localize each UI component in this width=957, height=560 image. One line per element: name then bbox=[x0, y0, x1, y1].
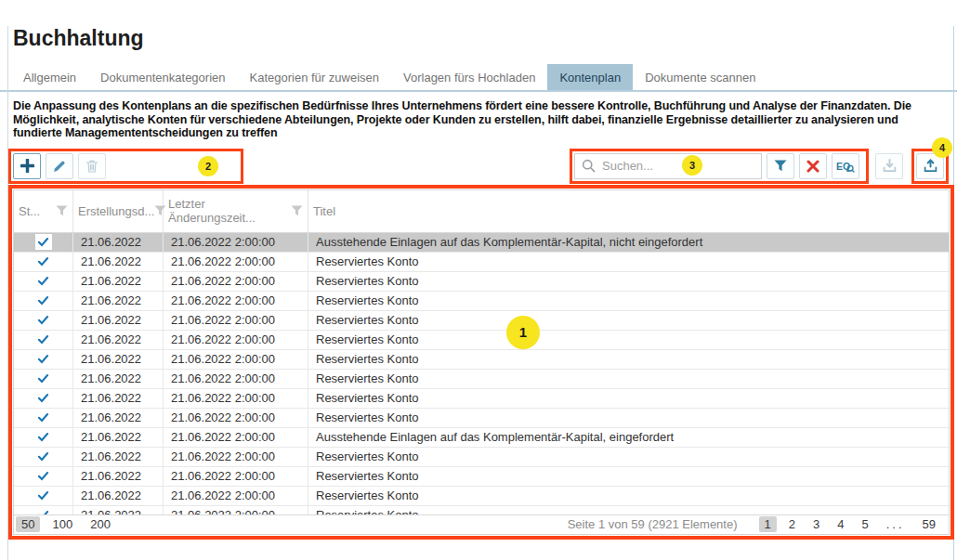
row-status-cell bbox=[14, 487, 73, 505]
row-title-cell: Reserviertes Konto bbox=[308, 370, 949, 388]
page-number-3[interactable]: 3 bbox=[807, 516, 825, 532]
table-row[interactable]: 21.06.202221.06.2022 2:00:00Reserviertes… bbox=[14, 350, 949, 370]
edit-account-button[interactable] bbox=[46, 153, 73, 179]
row-checkbox[interactable] bbox=[35, 468, 52, 484]
delete-account-button[interactable] bbox=[78, 153, 106, 179]
table-row[interactable]: 21.06.202221.06.2022 2:00:00Reserviertes… bbox=[14, 253, 949, 272]
table-row[interactable]: 21.06.202221.06.2022 2:00:00Reserviertes… bbox=[14, 272, 949, 292]
check-icon bbox=[37, 237, 49, 247]
page-number-2[interactable]: 2 bbox=[783, 516, 801, 532]
column-header-4[interactable]: Titel bbox=[308, 190, 949, 232]
row-title-cell: Reserviertes Konto bbox=[308, 253, 949, 271]
check-icon bbox=[37, 451, 49, 462]
row-checkbox[interactable] bbox=[35, 507, 52, 514]
apply-filter-button[interactable] bbox=[767, 153, 794, 179]
row-checkbox[interactable] bbox=[35, 312, 52, 328]
row-modified-cell: 21.06.2022 2:00:00 bbox=[164, 292, 308, 310]
row-title-cell: Ausstehende Einlagen auf das Komplementä… bbox=[308, 428, 949, 447]
table-row[interactable]: 21.06.202221.06.2022 2:00:00Reserviertes… bbox=[14, 467, 949, 487]
download-tray-icon bbox=[883, 159, 897, 173]
search-input[interactable] bbox=[602, 159, 754, 173]
tab-vorlagen-f-rs-hochladen[interactable]: Vorlagen fürs Hochladen bbox=[391, 64, 547, 90]
row-created-cell: 21.06.2022 bbox=[73, 272, 164, 291]
clear-filter-button[interactable] bbox=[799, 153, 827, 179]
table-row[interactable]: 21.06.202221.06.2022 2:00:00Ausstehende … bbox=[14, 233, 949, 253]
settings-tab-bar: AllgemeinDokumentenkategorienKategorien … bbox=[0, 64, 957, 92]
row-checkbox[interactable] bbox=[35, 410, 52, 425]
search-box bbox=[574, 153, 762, 179]
row-status-cell bbox=[14, 428, 73, 447]
tab-dokumente-scannen[interactable]: Dokumente scannen bbox=[633, 64, 767, 90]
trash-icon bbox=[85, 160, 98, 173]
page-size-50[interactable]: 50 bbox=[16, 516, 40, 532]
row-created-cell: 21.06.2022 bbox=[73, 448, 164, 466]
table-row[interactable]: 21.06.202221.06.2022 2:00:00Reserviertes… bbox=[14, 389, 949, 409]
add-account-button[interactable] bbox=[13, 153, 41, 179]
row-checkbox[interactable] bbox=[35, 449, 52, 464]
grid-header-row: St...Erstellungsd...Letzter Änderungszei… bbox=[14, 190, 949, 233]
table-row[interactable]: 21.06.202221.06.2022 2:00:00Reserviertes… bbox=[14, 506, 949, 514]
column-header-2[interactable]: Erstellungsd... bbox=[73, 190, 164, 232]
row-checkbox[interactable] bbox=[35, 273, 52, 289]
row-checkbox[interactable] bbox=[35, 390, 52, 406]
download-button[interactable] bbox=[875, 153, 903, 179]
row-title-cell: Reserviertes Konto bbox=[308, 409, 949, 427]
row-checkbox[interactable] bbox=[35, 371, 52, 386]
page-number-1[interactable]: 1 bbox=[759, 516, 777, 532]
row-modified-cell: 21.06.2022 2:00:00 bbox=[164, 253, 308, 271]
annotation-badge-4: 4 bbox=[932, 137, 952, 158]
column-header-1[interactable]: St... bbox=[14, 190, 73, 232]
annotation-badge-1: 1 bbox=[506, 316, 540, 349]
row-checkbox[interactable] bbox=[35, 293, 52, 308]
row-checkbox[interactable] bbox=[35, 429, 52, 445]
row-modified-cell: 21.06.2022 2:00:00 bbox=[164, 389, 308, 408]
row-modified-cell: 21.06.2022 2:00:00 bbox=[164, 370, 308, 388]
row-title-cell: Reserviertes Konto bbox=[308, 331, 949, 349]
check-icon bbox=[37, 276, 49, 286]
row-status-cell bbox=[14, 467, 73, 486]
table-row[interactable]: 21.06.202221.06.2022 2:00:00Reserviertes… bbox=[14, 370, 949, 389]
table-row[interactable]: 21.06.202221.06.2022 2:00:00Reserviertes… bbox=[14, 409, 949, 428]
plus-icon bbox=[20, 159, 34, 173]
table-row[interactable]: 21.06.202221.06.2022 2:00:00Reserviertes… bbox=[14, 331, 949, 350]
row-modified-cell: 21.06.2022 2:00:00 bbox=[164, 506, 308, 514]
tab-kategorien-f-r-zuweisen[interactable]: Kategorien für zuweisen bbox=[238, 64, 391, 90]
row-title-cell: Reserviertes Konto bbox=[308, 448, 949, 466]
table-row[interactable]: 21.06.202221.06.2022 2:00:00Ausstehende … bbox=[14, 428, 949, 448]
buchhaltung-settings-page: Buchhaltung AllgemeinDokumentenkategorie… bbox=[0, 26, 957, 560]
column-header-3[interactable]: Letzter Änderungszeit... bbox=[164, 190, 308, 232]
annotation-box-actions: 2 bbox=[13, 153, 239, 179]
table-row[interactable]: 21.06.202221.06.2022 2:00:00Reserviertes… bbox=[14, 487, 949, 506]
page-number-5[interactable]: 5 bbox=[856, 516, 873, 532]
table-row[interactable]: 21.06.202221.06.2022 2:00:00Reserviertes… bbox=[14, 292, 949, 311]
tab-dokumentenkategorien[interactable]: Dokumentenkategorien bbox=[88, 64, 237, 90]
row-status-cell bbox=[14, 506, 73, 514]
table-row[interactable]: 21.06.202221.06.2022 2:00:00Reserviertes… bbox=[14, 448, 949, 467]
check-icon bbox=[37, 490, 49, 501]
annotation-badge-3: 3 bbox=[682, 155, 702, 176]
row-modified-cell: 21.06.2022 2:00:00 bbox=[164, 311, 308, 330]
row-checkbox[interactable] bbox=[35, 332, 52, 347]
row-checkbox[interactable] bbox=[35, 488, 52, 503]
page-number-4[interactable]: 4 bbox=[832, 516, 849, 532]
column-filter-funnel-icon[interactable] bbox=[56, 205, 68, 216]
row-title-cell: Ausstehende Einlagen auf das Komplementä… bbox=[308, 233, 949, 252]
row-status-cell bbox=[14, 370, 73, 388]
filter-editor-button[interactable]: EQ bbox=[832, 153, 859, 179]
tab-allgemein[interactable]: Allgemein bbox=[11, 64, 88, 90]
column-header-label: St... bbox=[19, 204, 40, 218]
column-filter-funnel-icon[interactable] bbox=[291, 205, 303, 216]
page-size-200[interactable]: 200 bbox=[85, 516, 116, 532]
row-title-cell: Reserviertes Konto bbox=[308, 272, 949, 291]
row-created-cell: 21.06.2022 bbox=[73, 350, 164, 369]
annotation-box-search: EQ 3 bbox=[574, 153, 864, 179]
row-status-cell bbox=[14, 350, 73, 369]
row-checkbox[interactable] bbox=[35, 351, 52, 367]
table-row[interactable]: 21.06.202221.06.2022 2:00:00Reserviertes… bbox=[14, 311, 949, 331]
row-checkbox[interactable] bbox=[35, 234, 52, 250]
tab-kontenplan[interactable]: Kontenplan bbox=[547, 64, 633, 90]
page-size-100[interactable]: 100 bbox=[46, 516, 78, 532]
column-header-label: Letzter Änderungszeit... bbox=[168, 197, 291, 225]
row-checkbox[interactable] bbox=[35, 254, 52, 269]
page-number-59[interactable]: 59 bbox=[917, 516, 941, 532]
